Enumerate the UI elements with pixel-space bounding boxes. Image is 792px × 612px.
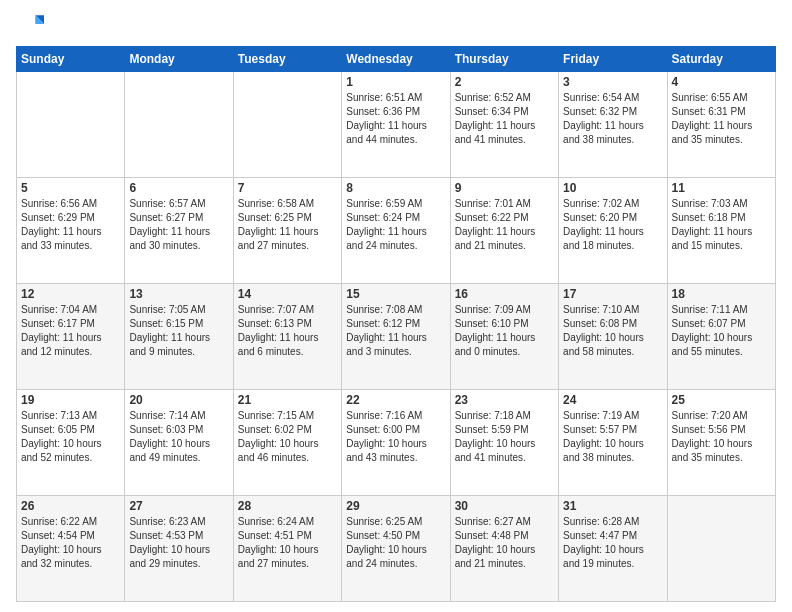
col-header-saturday: Saturday [667, 47, 775, 72]
day-info: Sunrise: 7:20 AM Sunset: 5:56 PM Dayligh… [672, 409, 771, 465]
day-info: Sunrise: 6:55 AM Sunset: 6:31 PM Dayligh… [672, 91, 771, 147]
day-info: Sunrise: 7:07 AM Sunset: 6:13 PM Dayligh… [238, 303, 337, 359]
calendar-cell: 25Sunrise: 7:20 AM Sunset: 5:56 PM Dayli… [667, 390, 775, 496]
day-number: 27 [129, 499, 228, 513]
day-info: Sunrise: 7:13 AM Sunset: 6:05 PM Dayligh… [21, 409, 120, 465]
day-number: 30 [455, 499, 554, 513]
calendar-cell: 24Sunrise: 7:19 AM Sunset: 5:57 PM Dayli… [559, 390, 667, 496]
logo [16, 10, 48, 38]
day-number: 17 [563, 287, 662, 301]
day-number: 9 [455, 181, 554, 195]
logo-icon [16, 10, 44, 38]
calendar-table: SundayMondayTuesdayWednesdayThursdayFrid… [16, 46, 776, 602]
day-number: 31 [563, 499, 662, 513]
col-header-friday: Friday [559, 47, 667, 72]
day-number: 12 [21, 287, 120, 301]
day-number: 21 [238, 393, 337, 407]
day-number: 20 [129, 393, 228, 407]
calendar-cell: 15Sunrise: 7:08 AM Sunset: 6:12 PM Dayli… [342, 284, 450, 390]
col-header-thursday: Thursday [450, 47, 558, 72]
calendar-cell: 5Sunrise: 6:56 AM Sunset: 6:29 PM Daylig… [17, 178, 125, 284]
calendar-cell: 31Sunrise: 6:28 AM Sunset: 4:47 PM Dayli… [559, 496, 667, 602]
day-number: 7 [238, 181, 337, 195]
day-info: Sunrise: 7:15 AM Sunset: 6:02 PM Dayligh… [238, 409, 337, 465]
day-number: 14 [238, 287, 337, 301]
day-number: 24 [563, 393, 662, 407]
day-number: 18 [672, 287, 771, 301]
day-info: Sunrise: 7:02 AM Sunset: 6:20 PM Dayligh… [563, 197, 662, 253]
day-number: 2 [455, 75, 554, 89]
calendar-cell: 7Sunrise: 6:58 AM Sunset: 6:25 PM Daylig… [233, 178, 341, 284]
col-header-wednesday: Wednesday [342, 47, 450, 72]
day-number: 25 [672, 393, 771, 407]
calendar-week-4: 19Sunrise: 7:13 AM Sunset: 6:05 PM Dayli… [17, 390, 776, 496]
day-info: Sunrise: 7:14 AM Sunset: 6:03 PM Dayligh… [129, 409, 228, 465]
day-number: 4 [672, 75, 771, 89]
calendar-cell: 13Sunrise: 7:05 AM Sunset: 6:15 PM Dayli… [125, 284, 233, 390]
calendar-cell: 29Sunrise: 6:25 AM Sunset: 4:50 PM Dayli… [342, 496, 450, 602]
calendar-cell: 19Sunrise: 7:13 AM Sunset: 6:05 PM Dayli… [17, 390, 125, 496]
day-info: Sunrise: 7:10 AM Sunset: 6:08 PM Dayligh… [563, 303, 662, 359]
calendar-week-1: 1Sunrise: 6:51 AM Sunset: 6:36 PM Daylig… [17, 72, 776, 178]
calendar-cell: 23Sunrise: 7:18 AM Sunset: 5:59 PM Dayli… [450, 390, 558, 496]
day-info: Sunrise: 6:56 AM Sunset: 6:29 PM Dayligh… [21, 197, 120, 253]
day-info: Sunrise: 7:01 AM Sunset: 6:22 PM Dayligh… [455, 197, 554, 253]
day-number: 22 [346, 393, 445, 407]
day-number: 19 [21, 393, 120, 407]
day-number: 5 [21, 181, 120, 195]
day-info: Sunrise: 7:05 AM Sunset: 6:15 PM Dayligh… [129, 303, 228, 359]
day-number: 6 [129, 181, 228, 195]
day-number: 28 [238, 499, 337, 513]
calendar-cell: 22Sunrise: 7:16 AM Sunset: 6:00 PM Dayli… [342, 390, 450, 496]
day-info: Sunrise: 6:52 AM Sunset: 6:34 PM Dayligh… [455, 91, 554, 147]
calendar-cell: 12Sunrise: 7:04 AM Sunset: 6:17 PM Dayli… [17, 284, 125, 390]
calendar-cell: 14Sunrise: 7:07 AM Sunset: 6:13 PM Dayli… [233, 284, 341, 390]
day-info: Sunrise: 7:04 AM Sunset: 6:17 PM Dayligh… [21, 303, 120, 359]
day-info: Sunrise: 7:11 AM Sunset: 6:07 PM Dayligh… [672, 303, 771, 359]
day-info: Sunrise: 7:18 AM Sunset: 5:59 PM Dayligh… [455, 409, 554, 465]
day-info: Sunrise: 7:19 AM Sunset: 5:57 PM Dayligh… [563, 409, 662, 465]
day-info: Sunrise: 7:08 AM Sunset: 6:12 PM Dayligh… [346, 303, 445, 359]
calendar-cell: 4Sunrise: 6:55 AM Sunset: 6:31 PM Daylig… [667, 72, 775, 178]
day-info: Sunrise: 6:57 AM Sunset: 6:27 PM Dayligh… [129, 197, 228, 253]
day-info: Sunrise: 7:03 AM Sunset: 6:18 PM Dayligh… [672, 197, 771, 253]
calendar-cell: 1Sunrise: 6:51 AM Sunset: 6:36 PM Daylig… [342, 72, 450, 178]
calendar-cell: 10Sunrise: 7:02 AM Sunset: 6:20 PM Dayli… [559, 178, 667, 284]
calendar-cell: 11Sunrise: 7:03 AM Sunset: 6:18 PM Dayli… [667, 178, 775, 284]
day-info: Sunrise: 6:22 AM Sunset: 4:54 PM Dayligh… [21, 515, 120, 571]
day-info: Sunrise: 6:59 AM Sunset: 6:24 PM Dayligh… [346, 197, 445, 253]
day-info: Sunrise: 7:09 AM Sunset: 6:10 PM Dayligh… [455, 303, 554, 359]
day-number: 13 [129, 287, 228, 301]
day-info: Sunrise: 6:54 AM Sunset: 6:32 PM Dayligh… [563, 91, 662, 147]
calendar-cell [17, 72, 125, 178]
calendar-week-5: 26Sunrise: 6:22 AM Sunset: 4:54 PM Dayli… [17, 496, 776, 602]
calendar-week-2: 5Sunrise: 6:56 AM Sunset: 6:29 PM Daylig… [17, 178, 776, 284]
calendar-header-row: SundayMondayTuesdayWednesdayThursdayFrid… [17, 47, 776, 72]
day-info: Sunrise: 7:16 AM Sunset: 6:00 PM Dayligh… [346, 409, 445, 465]
calendar-cell: 18Sunrise: 7:11 AM Sunset: 6:07 PM Dayli… [667, 284, 775, 390]
calendar-cell [667, 496, 775, 602]
col-header-monday: Monday [125, 47, 233, 72]
calendar-cell: 8Sunrise: 6:59 AM Sunset: 6:24 PM Daylig… [342, 178, 450, 284]
day-number: 8 [346, 181, 445, 195]
calendar-cell: 28Sunrise: 6:24 AM Sunset: 4:51 PM Dayli… [233, 496, 341, 602]
calendar-cell: 30Sunrise: 6:27 AM Sunset: 4:48 PM Dayli… [450, 496, 558, 602]
calendar-cell: 2Sunrise: 6:52 AM Sunset: 6:34 PM Daylig… [450, 72, 558, 178]
day-number: 10 [563, 181, 662, 195]
calendar-cell: 26Sunrise: 6:22 AM Sunset: 4:54 PM Dayli… [17, 496, 125, 602]
day-number: 16 [455, 287, 554, 301]
calendar-cell: 3Sunrise: 6:54 AM Sunset: 6:32 PM Daylig… [559, 72, 667, 178]
day-info: Sunrise: 6:28 AM Sunset: 4:47 PM Dayligh… [563, 515, 662, 571]
calendar-week-3: 12Sunrise: 7:04 AM Sunset: 6:17 PM Dayli… [17, 284, 776, 390]
calendar-cell: 9Sunrise: 7:01 AM Sunset: 6:22 PM Daylig… [450, 178, 558, 284]
calendar-cell: 6Sunrise: 6:57 AM Sunset: 6:27 PM Daylig… [125, 178, 233, 284]
calendar-cell [233, 72, 341, 178]
day-info: Sunrise: 6:24 AM Sunset: 4:51 PM Dayligh… [238, 515, 337, 571]
day-info: Sunrise: 6:58 AM Sunset: 6:25 PM Dayligh… [238, 197, 337, 253]
page: SundayMondayTuesdayWednesdayThursdayFrid… [0, 0, 792, 612]
day-number: 1 [346, 75, 445, 89]
calendar-cell: 17Sunrise: 7:10 AM Sunset: 6:08 PM Dayli… [559, 284, 667, 390]
day-info: Sunrise: 6:25 AM Sunset: 4:50 PM Dayligh… [346, 515, 445, 571]
col-header-tuesday: Tuesday [233, 47, 341, 72]
day-info: Sunrise: 6:51 AM Sunset: 6:36 PM Dayligh… [346, 91, 445, 147]
